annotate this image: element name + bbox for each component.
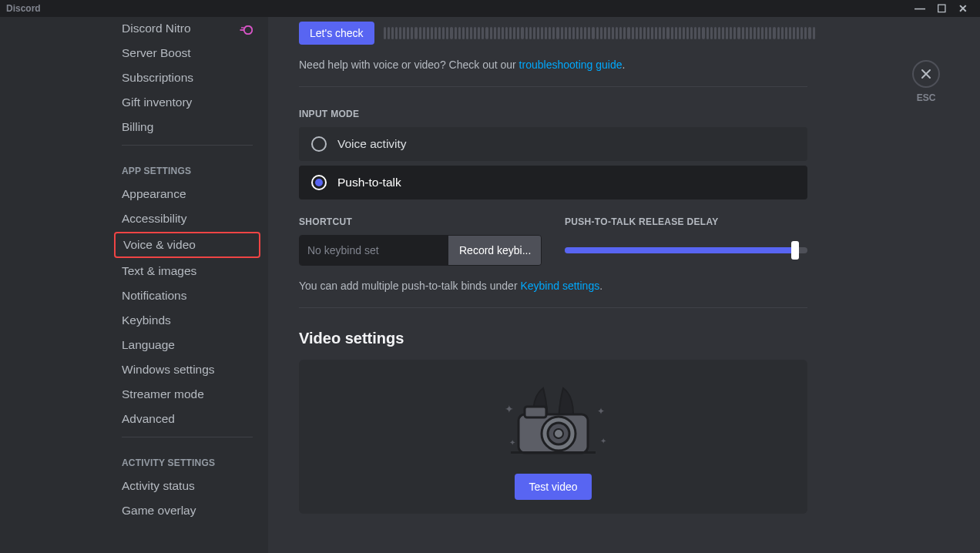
record-keybind-button[interactable]: Record keybi...: [448, 236, 541, 265]
svg-text:✦: ✦: [505, 403, 514, 415]
shortcut-label: SHORTCUT: [299, 216, 542, 227]
content-divider: [299, 307, 807, 308]
keybind-note: You can add multiple push-to-talk binds …: [299, 280, 949, 292]
svg-point-0: [244, 26, 253, 35]
close-window-button[interactable]: ✕: [952, 2, 974, 15]
camera-illustration-icon: ✦ ✦ ✦ ✦: [488, 382, 619, 461]
settings-sidebar: Discord Nitro Server Boost Subscriptions…: [0, 17, 268, 553]
svg-text:✦: ✦: [509, 438, 515, 447]
minimize-button[interactable]: —: [909, 2, 931, 15]
troubleshooting-help-text: Need help with voice or video? Check out…: [299, 59, 949, 71]
sidebar-item-windows-settings[interactable]: Windows settings: [114, 358, 260, 381]
radio-label: Voice activity: [337, 137, 407, 151]
maximize-button[interactable]: ☐: [931, 2, 952, 15]
sidebar-header-activity-settings: ACTIVITY SETTINGS: [114, 444, 260, 474]
sidebar-divider: [122, 145, 253, 146]
sidebar-item-billing[interactable]: Billing: [114, 116, 260, 139]
sidebar-item-keybinds[interactable]: Keybinds: [114, 309, 260, 332]
video-preview-box: ✦ ✦ ✦ ✦ Test video: [299, 360, 807, 514]
sidebar-item-subscriptions[interactable]: Subscriptions: [114, 66, 260, 89]
video-settings-heading: Video settings: [299, 330, 949, 347]
input-mode-radio-group: Voice activity Push-to-talk: [299, 127, 807, 199]
sidebar-item-game-overlay[interactable]: Game overlay: [114, 499, 260, 522]
shortcut-keybind-box: No keybind set Record keybi...: [299, 235, 542, 266]
test-video-button[interactable]: Test video: [515, 474, 591, 500]
lets-check-button[interactable]: Let's check: [299, 22, 374, 45]
sidebar-item-voice-video[interactable]: Voice & video: [114, 232, 260, 258]
radio-voice-activity[interactable]: Voice activity: [299, 127, 807, 161]
input-mode-label: INPUT MODE: [299, 109, 949, 119]
app-name: Discord: [6, 3, 41, 14]
sidebar-item-activity-status[interactable]: Activity status: [114, 474, 260, 498]
sidebar-item-notifications[interactable]: Notifications: [114, 284, 260, 307]
keybind-settings-link[interactable]: Keybind settings: [520, 280, 599, 292]
content-divider: [299, 86, 807, 87]
svg-text:✦: ✦: [600, 437, 606, 445]
sidebar-item-advanced[interactable]: Advanced: [114, 407, 260, 431]
sidebar-divider: [122, 437, 253, 437]
settings-content: ESC Let's check Need help with voice or …: [268, 17, 980, 553]
sidebar-item-streamer-mode[interactable]: Streamer mode: [114, 383, 260, 406]
esc-label: ESC: [912, 92, 940, 103]
sidebar-item-appearance[interactable]: Appearance: [114, 183, 260, 206]
close-settings-wrap: ESC: [912, 60, 940, 103]
ptt-delay-slider[interactable]: [565, 235, 807, 266]
shortcut-input[interactable]: No keybind set: [300, 236, 448, 265]
mic-meter: [384, 27, 815, 39]
radio-circle-icon: [311, 175, 327, 190]
close-icon: [920, 68, 932, 80]
titlebar: Discord — ☐ ✕: [0, 0, 980, 17]
sidebar-item-server-boost[interactable]: Server Boost: [114, 42, 260, 65]
sidebar-item-language[interactable]: Language: [114, 333, 260, 357]
sidebar-item-gift-inventory[interactable]: Gift inventory: [114, 91, 260, 114]
sidebar-item-nitro[interactable]: Discord Nitro: [114, 17, 260, 40]
svg-rect-2: [525, 407, 546, 417]
svg-rect-6: [511, 451, 596, 454]
ptt-delay-label: PUSH-TO-TALK RELEASE DELAY: [565, 216, 807, 227]
sidebar-item-text-images[interactable]: Text & images: [114, 260, 260, 283]
radio-circle-icon: [311, 136, 327, 152]
svg-text:✦: ✦: [597, 406, 605, 417]
sidebar-header-app-settings: APP SETTINGS: [114, 152, 260, 183]
radio-label: Push-to-talk: [337, 176, 401, 189]
svg-point-5: [554, 429, 563, 438]
troubleshooting-guide-link[interactable]: troubleshooting guide: [519, 59, 623, 71]
close-settings-button[interactable]: [912, 60, 940, 88]
sidebar-item-accessibility[interactable]: Accessibility: [114, 207, 260, 230]
radio-push-to-talk[interactable]: Push-to-talk: [299, 166, 807, 199]
nitro-badge-icon: [239, 24, 253, 33]
